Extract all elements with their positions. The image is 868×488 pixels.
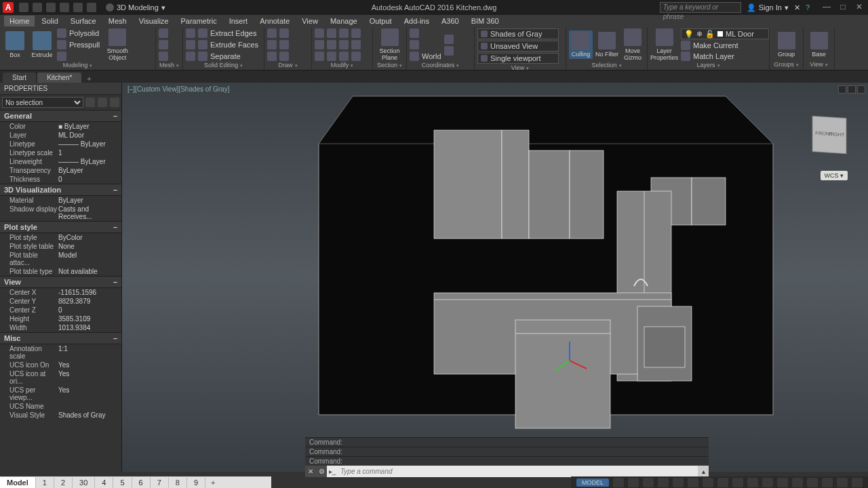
explode-icon[interactable] [351, 40, 361, 49]
prop-value[interactable]: 8829.3879 [58, 298, 121, 305]
copy-icon[interactable] [315, 40, 324, 49]
tab-manage[interactable]: Manage [325, 16, 363, 26]
culling-button[interactable]: Culling [569, 30, 593, 59]
ucs-icon-3[interactable] [444, 35, 454, 44]
panel-label[interactable]: Selection [569, 61, 644, 69]
polysolid-button[interactable]: Polysolid [57, 28, 100, 38]
prop-category[interactable]: General– [0, 110, 121, 122]
presspull-button[interactable]: Presspull [57, 40, 100, 49]
panel-label[interactable]: Mesh [159, 61, 180, 69]
search-input[interactable]: Type a keyword or phrase [660, 2, 741, 13]
ucs-icon-4[interactable] [444, 46, 454, 56]
viewcube[interactable]: FRONT RIGHT [812, 116, 847, 154]
prop-value[interactable]: 3585.3109 [58, 315, 121, 323]
clean-screen-icon[interactable] [837, 478, 848, 487]
new-tab-button[interactable]: + [83, 75, 95, 83]
doctab-start[interactable]: Start [3, 73, 36, 83]
mesh-icon-1[interactable] [159, 28, 168, 38]
otrack-icon[interactable] [703, 478, 713, 487]
quick-select-icon[interactable] [85, 98, 95, 107]
prop-value[interactable]: 1013.9384 [58, 324, 121, 331]
selection-dropdown[interactable]: No selection [2, 97, 83, 108]
prop-row[interactable]: TransparencyByLayer [0, 166, 121, 175]
prop-row[interactable]: Lineweight——— ByLayer [0, 157, 121, 166]
saved-view-dropdown[interactable]: Unsaved View [477, 41, 559, 52]
vp-close-icon[interactable] [857, 85, 865, 94]
polar-icon[interactable] [658, 478, 669, 487]
toggle-pickadd-icon[interactable] [110, 98, 119, 107]
line-icon[interactable] [267, 28, 277, 38]
tab-home[interactable]: Home [4, 16, 35, 26]
panel-label[interactable]: Draw [267, 61, 309, 69]
qat-open-icon[interactable] [33, 3, 42, 12]
qat-undo-icon[interactable] [60, 3, 69, 12]
tab-addins[interactable]: Add-ins [399, 16, 435, 26]
model-space-indicator[interactable]: MODEL [576, 479, 609, 487]
tab-solid[interactable]: Solid [36, 16, 63, 26]
doctab-kitchen[interactable]: Kitchen* [37, 73, 81, 83]
prop-row[interactable]: UCS per viewp...Yes [0, 386, 121, 402]
signin-button[interactable]: 👤 Sign In ▾ [747, 3, 789, 12]
qat-save-icon[interactable] [46, 3, 56, 12]
prop-row[interactable]: UCS Name [0, 402, 121, 411]
viewport-dropdown[interactable]: Single viewport [477, 53, 559, 64]
prop-row[interactable]: Width1013.9384 [0, 323, 121, 332]
visual-style-dropdown[interactable]: Shades of Gray [477, 28, 559, 39]
qat-plot-icon[interactable] [87, 3, 96, 12]
qat-redo-icon[interactable] [73, 3, 83, 12]
panel-label[interactable]: Coordinates [410, 61, 471, 69]
prop-row[interactable]: UCS icon at ori...Yes [0, 369, 121, 386]
smooth-button[interactable]: Smooth Object [102, 28, 132, 61]
prop-value[interactable]: 0 [58, 176, 121, 183]
viewport-label[interactable]: [–][Custom View][Shades of Gray] [127, 85, 229, 93]
layout-tab[interactable]: 1 [36, 477, 54, 488]
prop-row[interactable]: Visual StyleShades of Gray [0, 411, 121, 420]
workspace-switcher[interactable]: 3D Modeling ▾ [106, 3, 165, 12]
panel-label[interactable]: Modeling [3, 61, 153, 69]
prop-row[interactable]: Height3585.3109 [0, 314, 121, 323]
prop-row[interactable]: Plot styleByColor [0, 233, 121, 242]
offset-icon[interactable] [351, 52, 361, 61]
prop-row[interactable]: Plot table attac...Model [0, 251, 121, 267]
prop-row[interactable]: Center Y8829.3879 [0, 297, 121, 306]
prop-value[interactable]: ■ ByLayer [58, 123, 121, 130]
revolve-button[interactable] [57, 52, 100, 61]
prop-value[interactable]: ——— ByLayer [58, 140, 121, 148]
array-icon[interactable] [339, 52, 349, 61]
intersect-icon[interactable] [186, 52, 195, 61]
move-icon[interactable] [315, 28, 324, 38]
layout-tab[interactable]: 4 [95, 477, 113, 488]
3dosnap-icon[interactable] [688, 478, 698, 487]
mesh-icon-3[interactable] [159, 52, 168, 61]
separate-button[interactable]: Separate [198, 52, 258, 61]
ucs-icon-2[interactable] [410, 40, 419, 49]
prop-value[interactable]: 1 [58, 149, 121, 157]
mirror-icon[interactable] [327, 40, 336, 49]
gizmo-button[interactable]: Move Gizmo [621, 28, 644, 61]
prop-category[interactable]: Misc– [0, 332, 121, 344]
arc-icon[interactable] [267, 52, 277, 61]
extrude-button[interactable]: Extrude [30, 31, 54, 58]
prop-value[interactable]: Model [58, 251, 121, 266]
qat-new-icon[interactable] [19, 3, 28, 12]
layer-dropdown[interactable]: 💡❄🔓ML Door [681, 28, 769, 39]
tab-bim360[interactable]: BIM 360 [466, 16, 505, 26]
layout-tab[interactable]: 2 [54, 477, 73, 488]
tab-insert[interactable]: Insert [224, 16, 254, 26]
osnap-icon[interactable] [673, 478, 684, 487]
panel-label[interactable]: Solid Editing [186, 61, 261, 69]
prop-category[interactable]: Plot style– [0, 221, 121, 233]
prop-value[interactable]: Yes [58, 386, 121, 401]
add-layout-button[interactable]: + [205, 477, 220, 488]
nofilter-button[interactable]: No Filter [595, 32, 618, 58]
prop-row[interactable]: Annotation scale1:1 [0, 344, 121, 361]
extrude-faces-button[interactable]: Extrude Faces [198, 40, 258, 49]
tab-output[interactable]: Output [364, 16, 397, 26]
prop-value[interactable]: ByLayer [58, 197, 121, 204]
prop-category[interactable]: View– [0, 276, 121, 288]
extract-edges-button[interactable]: Extract Edges [198, 28, 258, 38]
tab-annotate[interactable]: Annotate [254, 16, 295, 26]
command-customize-icon[interactable]: ⚙ [316, 466, 327, 477]
world-ucs[interactable]: World [410, 52, 441, 61]
prop-value[interactable]: None [58, 243, 121, 250]
